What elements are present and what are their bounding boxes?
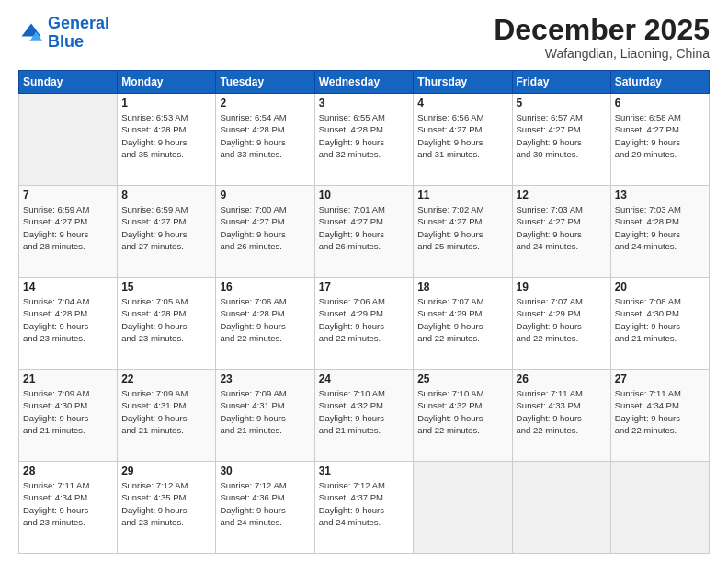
day-number: 6 (615, 97, 705, 109)
day-info: Sunrise: 6:56 AMSunset: 4:27 PMDaylight:… (417, 111, 507, 160)
weekday-header-sunday: Sunday (19, 71, 118, 94)
calendar-week-4: 21Sunrise: 7:09 AMSunset: 4:30 PMDayligh… (19, 370, 710, 462)
day-info: Sunrise: 6:57 AMSunset: 4:27 PMDaylight:… (517, 111, 607, 160)
calendar-cell: 15Sunrise: 7:05 AMSunset: 4:28 PMDayligh… (118, 278, 216, 370)
calendar-table: SundayMondayTuesdayWednesdayThursdayFrid… (18, 70, 710, 554)
day-number: 9 (220, 189, 310, 201)
calendar-cell: 7Sunrise: 6:59 AMSunset: 4:27 PMDaylight… (19, 186, 118, 278)
day-number: 3 (319, 97, 410, 109)
calendar-cell: 1Sunrise: 6:53 AMSunset: 4:28 PMDaylight… (118, 94, 216, 186)
weekday-header-monday: Monday (118, 71, 216, 94)
day-info: Sunrise: 7:03 AMSunset: 4:27 PMDaylight:… (517, 203, 607, 252)
calendar-cell: 6Sunrise: 6:58 AMSunset: 4:27 PMDaylight… (610, 94, 709, 186)
calendar-week-2: 7Sunrise: 6:59 AMSunset: 4:27 PMDaylight… (19, 186, 710, 278)
day-number: 22 (121, 373, 211, 385)
day-number: 16 (220, 281, 310, 293)
day-info: Sunrise: 7:09 AMSunset: 4:31 PMDaylight:… (121, 387, 211, 436)
logo-text: General Blue (48, 15, 109, 52)
calendar-cell (19, 94, 118, 186)
day-info: Sunrise: 7:11 AMSunset: 4:34 PMDaylight:… (615, 387, 705, 436)
day-info: Sunrise: 7:09 AMSunset: 4:30 PMDaylight:… (23, 387, 113, 436)
calendar-cell: 11Sunrise: 7:02 AMSunset: 4:27 PMDayligh… (414, 186, 512, 278)
day-info: Sunrise: 6:59 AMSunset: 4:27 PMDaylight:… (23, 203, 113, 252)
day-info: Sunrise: 6:59 AMSunset: 4:27 PMDaylight:… (121, 203, 211, 252)
calendar-cell: 8Sunrise: 6:59 AMSunset: 4:27 PMDaylight… (118, 186, 216, 278)
day-info: Sunrise: 7:02 AMSunset: 4:27 PMDaylight:… (417, 203, 507, 252)
calendar-cell (512, 462, 610, 554)
calendar-cell: 13Sunrise: 7:03 AMSunset: 4:28 PMDayligh… (610, 186, 709, 278)
day-info: Sunrise: 6:53 AMSunset: 4:28 PMDaylight:… (121, 111, 211, 160)
calendar-cell: 12Sunrise: 7:03 AMSunset: 4:27 PMDayligh… (512, 186, 610, 278)
calendar-page: General Blue December 2025 Wafangdian, L… (0, 0, 728, 563)
day-number: 13 (615, 189, 705, 201)
day-number: 19 (517, 281, 607, 293)
day-number: 14 (23, 281, 113, 293)
calendar-cell: 4Sunrise: 6:56 AMSunset: 4:27 PMDaylight… (414, 94, 512, 186)
weekday-header-friday: Friday (512, 71, 610, 94)
calendar-cell: 9Sunrise: 7:00 AMSunset: 4:27 PMDaylight… (216, 186, 314, 278)
day-number: 4 (417, 97, 507, 109)
calendar-cell: 29Sunrise: 7:12 AMSunset: 4:35 PMDayligh… (118, 462, 216, 554)
day-info: Sunrise: 6:55 AMSunset: 4:28 PMDaylight:… (319, 111, 410, 160)
day-number: 5 (517, 97, 607, 109)
day-info: Sunrise: 7:10 AMSunset: 4:32 PMDaylight:… (417, 387, 507, 436)
day-info: Sunrise: 7:03 AMSunset: 4:28 PMDaylight:… (615, 203, 705, 252)
weekday-header-saturday: Saturday (610, 71, 709, 94)
calendar-cell: 26Sunrise: 7:11 AMSunset: 4:33 PMDayligh… (512, 370, 610, 462)
weekday-header-thursday: Thursday (414, 71, 512, 94)
day-number: 15 (121, 281, 211, 293)
day-info: Sunrise: 7:12 AMSunset: 4:37 PMDaylight:… (319, 479, 410, 528)
calendar-cell: 20Sunrise: 7:08 AMSunset: 4:30 PMDayligh… (610, 278, 709, 370)
day-number: 17 (319, 281, 410, 293)
calendar-week-3: 14Sunrise: 7:04 AMSunset: 4:28 PMDayligh… (19, 278, 710, 370)
day-info: Sunrise: 7:07 AMSunset: 4:29 PMDaylight:… (417, 295, 507, 344)
day-number: 2 (220, 97, 310, 109)
calendar-cell: 27Sunrise: 7:11 AMSunset: 4:34 PMDayligh… (610, 370, 709, 462)
day-info: Sunrise: 7:11 AMSunset: 4:33 PMDaylight:… (517, 387, 607, 436)
day-number: 7 (23, 189, 113, 201)
location-subtitle: Wafangdian, Liaoning, China (494, 46, 710, 61)
day-info: Sunrise: 6:54 AMSunset: 4:28 PMDaylight:… (220, 111, 310, 160)
day-number: 23 (220, 373, 310, 385)
calendar-week-1: 1Sunrise: 6:53 AMSunset: 4:28 PMDaylight… (19, 94, 710, 186)
day-number: 28 (23, 465, 113, 477)
calendar-cell: 10Sunrise: 7:01 AMSunset: 4:27 PMDayligh… (314, 186, 414, 278)
day-info: Sunrise: 7:01 AMSunset: 4:27 PMDaylight:… (319, 203, 410, 252)
calendar-cell: 5Sunrise: 6:57 AMSunset: 4:27 PMDaylight… (512, 94, 610, 186)
calendar-cell: 25Sunrise: 7:10 AMSunset: 4:32 PMDayligh… (414, 370, 512, 462)
calendar-cell: 18Sunrise: 7:07 AMSunset: 4:29 PMDayligh… (414, 278, 512, 370)
day-info: Sunrise: 7:06 AMSunset: 4:28 PMDaylight:… (220, 295, 310, 344)
day-number: 30 (220, 465, 310, 477)
day-info: Sunrise: 7:00 AMSunset: 4:27 PMDaylight:… (220, 203, 310, 252)
day-number: 24 (319, 373, 410, 385)
calendar-cell: 22Sunrise: 7:09 AMSunset: 4:31 PMDayligh… (118, 370, 216, 462)
calendar-cell: 19Sunrise: 7:07 AMSunset: 4:29 PMDayligh… (512, 278, 610, 370)
weekday-header-wednesday: Wednesday (314, 71, 414, 94)
day-number: 26 (517, 373, 607, 385)
day-number: 27 (615, 373, 705, 385)
calendar-cell: 24Sunrise: 7:10 AMSunset: 4:32 PMDayligh… (314, 370, 414, 462)
header: General Blue December 2025 Wafangdian, L… (18, 15, 710, 61)
day-info: Sunrise: 7:05 AMSunset: 4:28 PMDaylight:… (121, 295, 211, 344)
calendar-cell (610, 462, 709, 554)
weekday-header-row: SundayMondayTuesdayWednesdayThursdayFrid… (19, 71, 710, 94)
day-number: 8 (121, 189, 211, 201)
day-number: 25 (417, 373, 507, 385)
weekday-header-tuesday: Tuesday (216, 71, 314, 94)
title-block: December 2025 Wafangdian, Liaoning, Chin… (494, 15, 710, 61)
day-info: Sunrise: 7:04 AMSunset: 4:28 PMDaylight:… (23, 295, 113, 344)
logo: General Blue (18, 15, 109, 52)
day-info: Sunrise: 6:58 AMSunset: 4:27 PMDaylight:… (615, 111, 705, 160)
day-info: Sunrise: 7:07 AMSunset: 4:29 PMDaylight:… (517, 295, 607, 344)
day-info: Sunrise: 7:11 AMSunset: 4:34 PMDaylight:… (23, 479, 113, 528)
day-number: 20 (615, 281, 705, 293)
logo-icon (18, 20, 44, 46)
calendar-cell: 17Sunrise: 7:06 AMSunset: 4:29 PMDayligh… (314, 278, 414, 370)
day-number: 31 (319, 465, 410, 477)
day-info: Sunrise: 7:06 AMSunset: 4:29 PMDaylight:… (319, 295, 410, 344)
calendar-week-5: 28Sunrise: 7:11 AMSunset: 4:34 PMDayligh… (19, 462, 710, 554)
day-info: Sunrise: 7:10 AMSunset: 4:32 PMDaylight:… (319, 387, 410, 436)
day-info: Sunrise: 7:08 AMSunset: 4:30 PMDaylight:… (615, 295, 705, 344)
day-number: 10 (319, 189, 410, 201)
calendar-cell: 16Sunrise: 7:06 AMSunset: 4:28 PMDayligh… (216, 278, 314, 370)
